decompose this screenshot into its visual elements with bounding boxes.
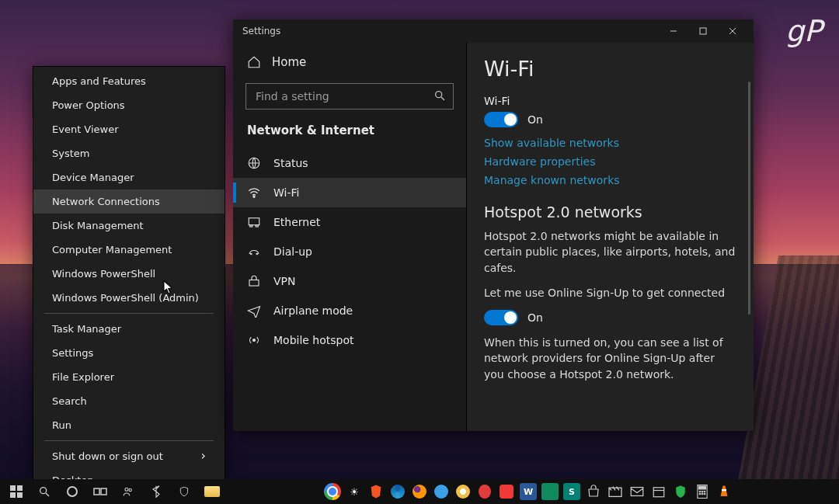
svg-line-18 bbox=[46, 493, 49, 496]
signup-label: Let me use Online Sign-Up to get connect… bbox=[484, 285, 736, 301]
nav-mobile-hotspot[interactable]: Mobile hotspot bbox=[233, 325, 466, 355]
signup-toggle-state: On bbox=[527, 311, 543, 324]
taskview-icon[interactable] bbox=[87, 481, 113, 502]
calculator-icon[interactable] bbox=[694, 483, 711, 500]
winx-power-options[interactable]: Power Options bbox=[33, 93, 225, 117]
winx-search[interactable]: Search bbox=[33, 389, 225, 413]
film-app-icon[interactable] bbox=[541, 483, 559, 500]
svg-point-30 bbox=[699, 491, 701, 492]
cortana-icon[interactable] bbox=[59, 481, 85, 502]
vlc-icon[interactable] bbox=[715, 483, 733, 500]
green-shield-icon[interactable] bbox=[672, 483, 689, 500]
brave-icon[interactable] bbox=[367, 483, 385, 500]
store-icon[interactable] bbox=[585, 483, 602, 500]
svg-point-2 bbox=[436, 92, 442, 98]
close-button[interactable] bbox=[718, 19, 747, 43]
nav-label: VPN bbox=[273, 275, 296, 287]
home-label: Home bbox=[272, 55, 306, 69]
word-icon[interactable]: W bbox=[520, 483, 537, 500]
vivaldi-icon[interactable] bbox=[498, 483, 515, 500]
edge-icon[interactable] bbox=[389, 483, 406, 500]
svg-point-23 bbox=[129, 488, 131, 491]
calendar-icon[interactable] bbox=[650, 483, 667, 500]
sway-icon[interactable]: S bbox=[563, 483, 580, 500]
nav-dialup[interactable]: Dial-up bbox=[233, 237, 466, 266]
ethernet-icon bbox=[247, 215, 261, 229]
ie-icon[interactable] bbox=[433, 483, 450, 500]
svg-rect-15 bbox=[10, 492, 16, 498]
winx-disk-management[interactable]: Disk Management bbox=[33, 214, 225, 238]
winx-system[interactable]: System bbox=[33, 141, 225, 165]
winx-task-manager[interactable]: Task Manager bbox=[33, 317, 225, 341]
winx-powershell-admin[interactable]: Windows PowerShell (Admin) bbox=[33, 286, 225, 310]
svg-point-31 bbox=[701, 491, 703, 492]
scrollbar[interactable] bbox=[748, 82, 750, 315]
desktop-wallpaper: gP Apps and Features Power Options Event… bbox=[0, 0, 839, 504]
settings-nav: Status Wi-Fi Ethernet Dial-up bbox=[233, 148, 466, 355]
firefox-icon[interactable] bbox=[411, 483, 428, 500]
movies-icon[interactable] bbox=[607, 483, 624, 500]
svg-point-10 bbox=[256, 253, 258, 255]
winx-apps-and-features[interactable]: Apps and Features bbox=[33, 69, 225, 93]
winx-network-connections[interactable]: Network Connections bbox=[33, 189, 225, 214]
vpn-icon bbox=[247, 274, 261, 288]
winx-settings[interactable]: Settings bbox=[33, 341, 225, 365]
nav-ethernet[interactable]: Ethernet bbox=[233, 207, 466, 237]
svg-rect-1 bbox=[700, 28, 706, 34]
titlebar[interactable]: Settings bbox=[233, 19, 754, 43]
svg-point-17 bbox=[40, 488, 47, 494]
nav-wifi[interactable]: Wi-Fi bbox=[233, 178, 466, 207]
nav-vpn[interactable]: VPN bbox=[233, 266, 466, 296]
svg-point-33 bbox=[699, 493, 701, 495]
nav-label: Mobile hotspot bbox=[273, 334, 354, 346]
svg-rect-14 bbox=[17, 485, 23, 491]
svg-point-22 bbox=[125, 488, 128, 491]
wifi-icon bbox=[247, 186, 261, 200]
link-hardware-properties[interactable]: Hardware properties bbox=[484, 155, 736, 168]
svg-rect-26 bbox=[653, 488, 664, 497]
svg-rect-20 bbox=[94, 488, 99, 495]
people-icon[interactable] bbox=[115, 481, 141, 502]
maximize-button[interactable] bbox=[688, 19, 718, 43]
signup-toggle[interactable] bbox=[484, 310, 518, 325]
search-input[interactable] bbox=[245, 83, 454, 109]
explorer-icon[interactable] bbox=[199, 481, 225, 502]
winx-shutdown[interactable]: Shut down or sign out bbox=[33, 444, 225, 468]
security-icon[interactable] bbox=[171, 481, 197, 502]
link-show-networks[interactable]: Show available networks bbox=[484, 137, 736, 149]
winx-event-viewer[interactable]: Event Viewer bbox=[33, 117, 225, 141]
winx-separator bbox=[44, 313, 214, 314]
nav-label: Airplane mode bbox=[273, 304, 353, 317]
settings-window: Settings Home bbox=[233, 19, 754, 431]
start-button[interactable] bbox=[3, 481, 30, 502]
sun-app-icon[interactable]: ☀ bbox=[346, 483, 363, 500]
wifi-toggle-state: On bbox=[527, 113, 543, 126]
power-user-menu: Apps and Features Power Options Event Vi… bbox=[33, 66, 225, 488]
nav-status[interactable]: Status bbox=[233, 148, 466, 178]
taskbar-search-icon[interactable] bbox=[31, 481, 57, 502]
home-link[interactable]: Home bbox=[233, 47, 466, 77]
winx-run[interactable]: Run bbox=[33, 413, 225, 437]
svg-point-19 bbox=[68, 487, 77, 496]
svg-rect-36 bbox=[722, 489, 726, 491]
opera-icon[interactable] bbox=[476, 483, 493, 500]
page-title: Wi-Fi bbox=[484, 57, 736, 81]
nav-label: Ethernet bbox=[273, 216, 320, 228]
winx-device-manager[interactable]: Device Manager bbox=[33, 165, 225, 189]
winx-file-explorer[interactable]: File Explorer bbox=[33, 365, 225, 389]
settings-left-pane: Home Network & Internet Status bbox=[233, 43, 466, 431]
app-icon[interactable] bbox=[454, 483, 472, 500]
bluetooth-icon[interactable] bbox=[143, 481, 169, 502]
minimize-button[interactable] bbox=[659, 19, 688, 43]
link-manage-networks[interactable]: Manage known networks bbox=[484, 174, 736, 186]
nav-label: Wi-Fi bbox=[273, 186, 299, 199]
winx-powershell[interactable]: Windows PowerShell bbox=[33, 262, 225, 286]
chrome-icon[interactable] bbox=[324, 483, 341, 500]
nav-airplane[interactable]: Airplane mode bbox=[233, 296, 466, 325]
svg-rect-13 bbox=[10, 485, 16, 491]
wifi-toggle[interactable] bbox=[484, 112, 518, 127]
svg-rect-11 bbox=[249, 280, 259, 287]
dialup-icon bbox=[247, 245, 261, 259]
mail-icon[interactable] bbox=[628, 483, 646, 500]
winx-computer-management[interactable]: Computer Management bbox=[33, 238, 225, 262]
